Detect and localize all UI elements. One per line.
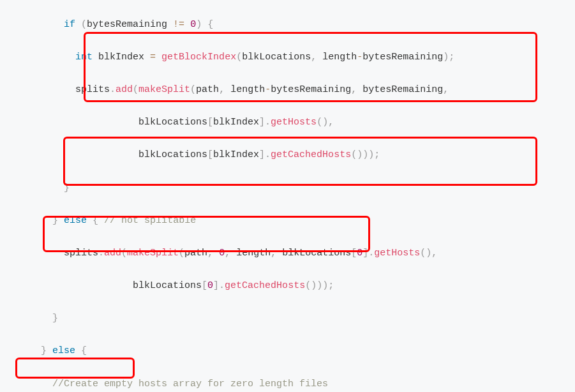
number: 0 — [190, 19, 196, 30]
sp — [230, 248, 236, 259]
func-call: getCachedHosts — [271, 149, 351, 160]
brace: } — [41, 345, 47, 356]
code-line: } else { // not splitable — [18, 213, 575, 229]
code-line: blkLocations[blkIndex].getHosts(), — [18, 114, 575, 131]
indent — [18, 19, 64, 30]
sp — [75, 19, 81, 30]
number: 0 — [357, 248, 362, 259]
code-block: if (bytesRemaining != 0) { int blkIndex … — [0, 0, 575, 392]
identifier: bytesRemaining — [362, 52, 443, 63]
code-line: if (bytesRemaining != 0) { — [18, 17, 575, 33]
dot: . — [98, 248, 104, 259]
keyword-if: if — [64, 19, 75, 30]
sp — [276, 248, 282, 259]
paren: ( — [121, 248, 127, 259]
code-line: //Create empty hosts array for zero leng… — [18, 376, 575, 392]
code-line: splits.add(makeSplit(path, 0, length, bl… — [18, 245, 575, 262]
brace: } — [52, 215, 58, 226]
paren: ( — [81, 19, 87, 30]
sp — [225, 84, 230, 95]
sp — [87, 345, 93, 356]
identifier: splits — [75, 84, 110, 95]
indent — [18, 215, 52, 226]
bracket: ]. — [259, 149, 271, 160]
comma: , — [225, 248, 230, 259]
func-call: makeSplit — [138, 84, 190, 95]
comma: , — [271, 248, 276, 259]
identifier: blkLocations — [138, 149, 207, 160]
comment: //Create empty hosts array for zero leng… — [52, 379, 328, 389]
brace: { — [81, 345, 87, 356]
identifier: path — [196, 84, 219, 95]
indent — [18, 248, 64, 259]
op-assign: = — [150, 52, 156, 63]
func-call: getHosts — [374, 248, 420, 259]
func-call: add — [104, 248, 121, 259]
op-minus: - — [265, 84, 271, 95]
func-call: getBlockIndex — [161, 52, 236, 63]
sp — [184, 19, 190, 30]
indent — [18, 52, 75, 63]
bracket: ]. — [362, 248, 374, 259]
paren: (), — [420, 248, 437, 259]
identifier: bytesRemaining — [271, 84, 351, 95]
code-line: blkLocations[0].getCachedHosts())); — [18, 278, 575, 294]
func-call: makeSplit — [127, 248, 179, 259]
indent — [18, 84, 75, 95]
indent — [18, 183, 64, 193]
sp — [202, 19, 207, 30]
dot: . — [110, 84, 116, 95]
brace: } — [52, 313, 58, 324]
bracket: [ — [207, 149, 213, 160]
comma: , — [207, 248, 213, 259]
identifier: bytesRemaining — [87, 19, 167, 30]
paren: ())); — [305, 280, 334, 291]
code-line: } — [18, 310, 575, 327]
paren: ); — [443, 52, 454, 63]
comment: // not splitable — [104, 215, 196, 226]
paren: (), — [317, 117, 334, 128]
identifier: blkLocations — [138, 117, 207, 128]
bracket: [ — [351, 248, 357, 259]
sp — [47, 345, 52, 356]
paren: ())); — [351, 149, 380, 160]
code-line: int blkIndex = getBlockIndex(blkLocation… — [18, 49, 575, 66]
sp — [357, 84, 362, 95]
indent — [18, 345, 41, 356]
identifier: blkIndex — [98, 52, 144, 63]
sp — [58, 215, 64, 226]
paren: ( — [236, 52, 242, 63]
identifier: blkLocations — [133, 280, 202, 291]
identifier: length — [322, 52, 357, 63]
indent — [18, 117, 138, 128]
comma: , — [219, 84, 225, 95]
indent — [18, 379, 52, 389]
sp — [75, 345, 81, 356]
identifier: blkIndex — [213, 117, 259, 128]
func-call: add — [116, 84, 133, 95]
sp — [317, 52, 322, 63]
keyword-else: else — [52, 345, 75, 356]
code-line: } — [18, 180, 575, 197]
op-neq: != — [173, 19, 184, 30]
bracket: [ — [207, 117, 213, 128]
sp — [213, 248, 219, 259]
paren: ( — [190, 84, 196, 95]
indent — [18, 280, 133, 291]
indent — [18, 313, 52, 324]
identifier: length — [230, 84, 265, 95]
brace: } — [64, 183, 70, 193]
bracket: ]. — [213, 280, 225, 291]
brace: { — [93, 215, 98, 226]
number: 0 — [207, 280, 213, 291]
identifier: path — [184, 248, 207, 259]
sp — [144, 52, 150, 63]
code-line: blkLocations[blkIndex].getCachedHosts())… — [18, 147, 575, 163]
func-call: getHosts — [271, 117, 317, 128]
op-minus: - — [357, 52, 362, 63]
code-line: splits.add(makeSplit(path, length-bytesR… — [18, 82, 575, 98]
paren: ) — [196, 19, 202, 30]
comma: , — [311, 52, 317, 63]
comma: , — [351, 84, 357, 95]
identifier: bytesRemaining — [362, 84, 443, 95]
